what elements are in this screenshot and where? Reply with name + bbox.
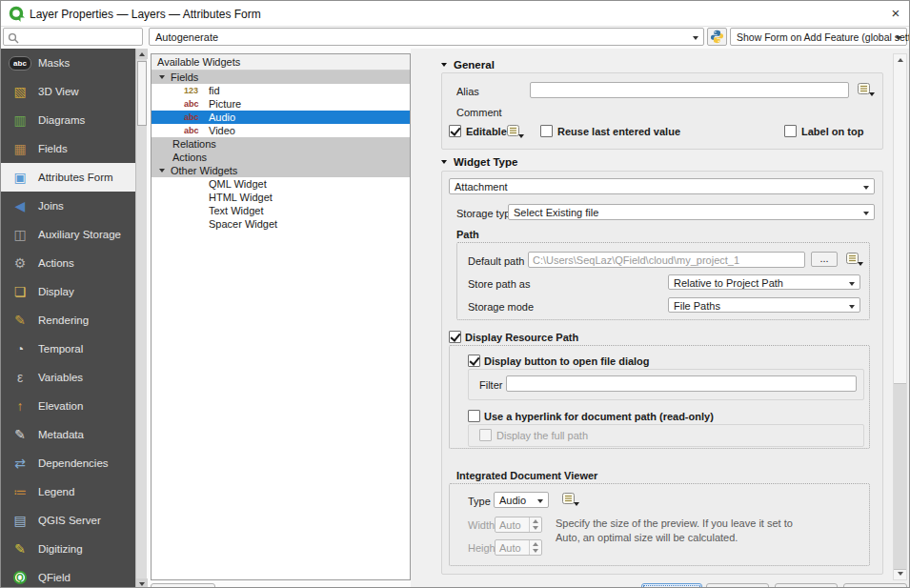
chevron-down-icon: [849, 282, 855, 286]
alias-input[interactable]: [530, 82, 849, 98]
tree-item-spacer-widget[interactable]: Spacer Widget: [152, 217, 410, 231]
sidebar-item-dependencies[interactable]: ⇄Dependencies: [1, 449, 135, 477]
sidebar-item-legend[interactable]: ≔Legend: [1, 477, 135, 506]
tree-item-qml-widget[interactable]: QML Widget: [152, 177, 410, 191]
tree-item-label: QML Widget: [209, 178, 267, 190]
show-form-combo[interactable]: Show Form on Add Feature (global setting…: [730, 28, 907, 46]
tree-expand-icon[interactable]: [159, 169, 165, 172]
scroll-down-icon[interactable]: [139, 582, 145, 586]
sidebar-item-masks[interactable]: abcMasks: [1, 49, 135, 77]
sidebar-item-actions[interactable]: ⚙Actions: [1, 249, 135, 277]
sidebar-item-qgis-server[interactable]: ▤QGIS Server: [1, 506, 135, 535]
sidebar-item-3d-view[interactable]: ▧3D View: [1, 77, 135, 106]
scroll-up-icon[interactable]: [139, 52, 145, 56]
sidebar-item-temporal[interactable]: ◔Temporal: [1, 335, 135, 363]
tree-item-picture[interactable]: abcPicture: [152, 97, 410, 111]
sidebar-item-joins[interactable]: ◀Joins: [1, 192, 135, 220]
sidebar-item-auxiliary-storage[interactable]: ◫Auxiliary Storage: [1, 220, 135, 249]
viewer-height-stepper[interactable]: Auto: [495, 539, 542, 556]
sidebar-item-label: 3D View: [38, 86, 79, 97]
tree-item-audio[interactable]: abcAudio: [152, 111, 410, 124]
tree-item-text-widget[interactable]: Text Widget: [152, 204, 410, 217]
data-defined-override-icon[interactable]: [561, 492, 580, 507]
form-scrollbar[interactable]: [893, 53, 907, 580]
sidebar-item-digitizing[interactable]: ✎Digitizing: [1, 535, 135, 563]
tree-group-actions[interactable]: Actions: [152, 151, 410, 164]
sidebar-item-label: Auxiliary Storage: [38, 229, 121, 240]
spin-up-icon[interactable]: [533, 519, 538, 523]
sidebar-item-label: Fields: [38, 143, 68, 154]
chevron-down-icon: [537, 499, 543, 503]
spin-down-icon[interactable]: [533, 549, 538, 553]
widget-type-section-title: Widget Type: [454, 156, 517, 168]
default-path-label: Default path: [468, 255, 524, 267]
partial-button-bottom-left[interactable]: [151, 583, 215, 588]
viewer-width-label: Width: [468, 519, 495, 531]
form-panel: General Alias Comment Editable Reuse las…: [411, 49, 910, 588]
general-section-title: General: [454, 59, 495, 71]
data-defined-override-icon[interactable]: [506, 124, 525, 139]
full-path-checkbox[interactable]: [479, 429, 492, 441]
data-defined-override-icon[interactable]: [857, 82, 876, 97]
partial-button[interactable]: [843, 583, 907, 588]
hyperlink-checkbox[interactable]: [468, 410, 480, 422]
scroll-up-icon[interactable]: [898, 58, 903, 62]
search-input[interactable]: [21, 30, 140, 44]
sidebar-item-fields[interactable]: ▦Fields: [1, 134, 135, 163]
widget-type-section-header[interactable]: Widget Type: [441, 156, 517, 168]
form-layout-combo[interactable]: Autogenerate: [149, 28, 704, 46]
tree-group-fields[interactable]: Fields: [152, 71, 410, 84]
sidebar-item-attributes-form[interactable]: ▣Attributes Form: [1, 163, 135, 192]
editable-checkbox[interactable]: [449, 125, 461, 137]
sidebar-item-diagrams[interactable]: ▥Diagrams: [1, 106, 135, 134]
temporal-icon: ◔: [10, 340, 30, 357]
tree-item-label: Actions: [172, 152, 207, 163]
sidebar-item-qfield[interactable]: QQField: [1, 563, 135, 588]
storage-mode-combo[interactable]: File Paths: [668, 297, 860, 313]
tree-group-relations[interactable]: Relations: [152, 137, 410, 151]
tree-item-fid[interactable]: 123fid: [152, 84, 410, 97]
python-init-button[interactable]: [707, 28, 727, 46]
sidebar-item-rendering[interactable]: ✎Rendering: [1, 306, 135, 335]
data-defined-override-icon[interactable]: [845, 252, 864, 267]
browse-button[interactable]: ...: [811, 252, 838, 267]
reuse-last-value-checkbox[interactable]: [540, 125, 553, 137]
field-type-123-icon: 123: [184, 86, 205, 95]
tree-item-html-widget[interactable]: HTML Widget: [152, 191, 410, 204]
partial-button[interactable]: [775, 583, 838, 588]
viewer-width-stepper[interactable]: Auto: [495, 517, 542, 533]
tree-group-other-widgets[interactable]: Other Widgets: [152, 164, 410, 177]
widget-type-combo[interactable]: Attachment: [449, 178, 875, 194]
storage-type-combo[interactable]: Select Existing file: [508, 204, 875, 220]
scroll-down-icon[interactable]: [898, 572, 903, 576]
sidebar-item-display[interactable]: ❏Display: [1, 277, 135, 306]
tree-item-video[interactable]: abcVideo: [152, 124, 410, 137]
display-file-dialog-button-checkbox[interactable]: [468, 355, 480, 367]
close-icon[interactable]: ×: [883, 3, 908, 24]
store-path-as-combo[interactable]: Relative to Project Path: [668, 274, 860, 290]
form-scrollbar-thumb[interactable]: [894, 383, 906, 570]
spin-down-icon[interactable]: [533, 526, 538, 530]
metadata-icon: ✎: [10, 426, 30, 443]
window-title: Layer Properties — Layers — Attributes F…: [30, 8, 261, 21]
tree-item-label: Video: [209, 125, 235, 136]
spin-up-icon[interactable]: [533, 542, 538, 546]
store-path-as-combo-value: Relative to Project Path: [674, 277, 783, 289]
label-on-top-checkbox[interactable]: [784, 125, 797, 137]
display-resource-path-checkbox[interactable]: [449, 331, 461, 343]
viewer-type-combo[interactable]: Audio: [494, 492, 549, 508]
collapse-triangle-icon: [441, 63, 447, 67]
partial-button[interactable]: [706, 583, 769, 588]
partial-button-ok[interactable]: [641, 583, 702, 588]
default-path-input[interactable]: [528, 252, 805, 268]
sidebar-item-variables[interactable]: εVariables: [1, 363, 135, 392]
filter-input[interactable]: [506, 375, 857, 392]
general-section-header[interactable]: General: [441, 59, 495, 71]
tree-expand-icon[interactable]: [159, 75, 165, 79]
sidebar-item-elevation[interactable]: ↑Elevation: [1, 392, 135, 420]
sidebar-item-metadata[interactable]: ✎Metadata: [1, 420, 135, 449]
tree-item-label: HTML Widget: [209, 192, 273, 203]
sidebar-scrollbar-thumb[interactable]: [137, 61, 147, 126]
full-path-label: Display the full path: [496, 430, 588, 441]
sidebar-scrollbar[interactable]: [135, 49, 147, 588]
